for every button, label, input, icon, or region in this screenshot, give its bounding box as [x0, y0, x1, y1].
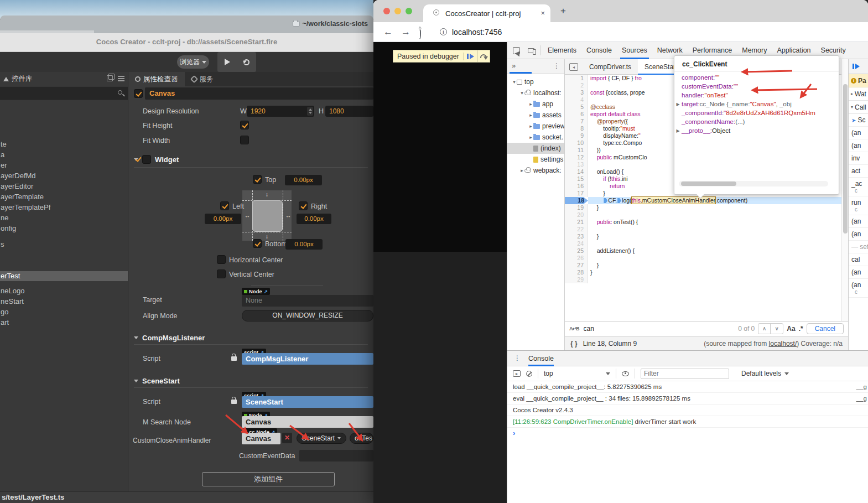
tab-console[interactable]: Console	[528, 351, 554, 366]
list-item[interactable]: onfig	[0, 224, 128, 234]
list-item[interactable]: ayerEditor	[0, 182, 128, 191]
console-message[interactable]: load __quick_compile_project__: 5.822753…	[507, 381, 868, 393]
tree-item-index[interactable]: (index)	[507, 143, 564, 154]
node-name-field[interactable]: Canvas	[145, 87, 373, 100]
line-number[interactable]: 19	[565, 204, 588, 211]
tree-expand-icon[interactable]: ▸	[528, 98, 533, 110]
console-source-link[interactable]: __g	[856, 381, 867, 392]
code-line[interactable]: 25 addListener() {	[565, 247, 841, 255]
code-line[interactable]: 21 public onTest() {	[565, 219, 841, 226]
expand-icon[interactable]: ▶	[674, 126, 682, 135]
widget-section-header[interactable]: Widget	[134, 155, 179, 164]
reload-button[interactable]	[419, 28, 421, 39]
scenestart-script-field[interactable]: SceneStart	[242, 396, 373, 408]
call-stack-frame[interactable]: — set	[849, 241, 868, 253]
object-property-row[interactable]: _componentId: "8d2e8rUdZxAH6d61RQxm5Hm	[674, 108, 839, 117]
forward-button[interactable]: →	[401, 27, 410, 38]
line-number[interactable]: 25	[565, 247, 588, 255]
call-stack-frame[interactable]: inv	[849, 152, 868, 165]
console-message[interactable]: [11:26:59:623 CompDriverTimer.onEnable] …	[507, 416, 868, 428]
line-number[interactable]: 15	[565, 175, 588, 183]
line-number[interactable]: 26	[565, 255, 588, 262]
line-number[interactable]: 2	[565, 82, 588, 89]
code-line[interactable]: 23 }	[565, 233, 841, 240]
tree-expand-icon[interactable]: ▸	[519, 165, 524, 176]
regex-button[interactable]: .*	[799, 325, 803, 333]
tab-console[interactable]: Console	[581, 42, 617, 59]
browser-tab[interactable]: CocosCreator | cclt-proj ×	[423, 4, 550, 22]
list-item[interactable]: neStart	[0, 297, 128, 307]
console-message[interactable]: Cocos Creator v2.4.3	[507, 405, 868, 416]
line-number[interactable]: 20	[565, 211, 588, 219]
widget-bottom-value[interactable]: 0.00px	[285, 239, 323, 250]
line-number[interactable]: 5	[565, 103, 588, 111]
resume-icon[interactable]	[853, 64, 860, 69]
call-stack-frame[interactable]: act	[849, 165, 868, 178]
object-property-row[interactable]: ▶target: cc_Node {_name: "Canvas", _obj	[674, 100, 839, 108]
line-number[interactable]: 10	[565, 139, 588, 147]
code-line[interactable]: 19 }	[565, 204, 841, 211]
line-number[interactable]: 14	[565, 168, 588, 175]
play-button[interactable]	[217, 52, 237, 72]
match-case-button[interactable]: Aa	[787, 325, 795, 333]
line-number[interactable]: 28	[565, 269, 588, 276]
panel-menu-icon[interactable]	[118, 76, 124, 77]
list-item[interactable]: a	[0, 150, 128, 160]
code-line[interactable]: 28}	[565, 269, 841, 276]
line-number[interactable]: 9	[565, 132, 588, 139]
code-line[interactable]: 29	[565, 276, 841, 283]
popout-icon[interactable]	[107, 75, 113, 81]
call-stack-section[interactable]: ▾Call	[849, 101, 868, 114]
list-item[interactable]: erTest	[0, 271, 128, 281]
list-item[interactable]: er	[0, 160, 128, 170]
line-number[interactable]: 8	[565, 125, 588, 132]
console-message[interactable]: eval __quick_compile_project__ : 34 file…	[507, 393, 868, 405]
line-number[interactable]: 17	[565, 190, 588, 197]
next-match-button[interactable]: ∨	[771, 324, 783, 334]
call-stack-frame[interactable]: (anc	[849, 279, 868, 298]
pretty-print-icon[interactable]: { }	[570, 340, 578, 348]
call-stack-frame[interactable]: (an	[849, 139, 868, 152]
line-number[interactable]: 21	[565, 219, 588, 226]
line-number[interactable]: 11	[565, 147, 588, 154]
widget-top-checkbox[interactable]	[253, 175, 262, 184]
fit-width-checkbox[interactable]	[240, 136, 249, 144]
inspect-element-icon[interactable]	[513, 47, 520, 54]
call-stack-frame[interactable]: (an	[849, 215, 868, 228]
new-tab-button[interactable]: +	[560, 7, 566, 15]
collapse-tabs-icon[interactable]: ◂	[569, 63, 578, 71]
widget-anchor-diagram[interactable]: ↕ ↕ ↔ ↔	[242, 190, 292, 241]
navigator-menu-icon[interactable]: ⋮	[553, 62, 560, 70]
widget-right-checkbox[interactable]	[299, 201, 308, 210]
list-item[interactable]: art	[0, 318, 128, 328]
widget-right-value[interactable]: 0.00px	[297, 214, 331, 224]
node-enabled-checkbox[interactable]	[134, 89, 143, 98]
widget-left-checkbox[interactable]	[220, 201, 229, 210]
vertical-center-checkbox[interactable]	[217, 269, 226, 278]
tree-item-settings[interactable]: settings	[507, 154, 564, 165]
editor-scrollbar[interactable]	[841, 59, 848, 321]
list-item[interactable]: ayerTemplatePf	[0, 203, 128, 212]
evaluated-expression-highlight[interactable]: this.mCustomCloseAnimHandler	[632, 197, 715, 204]
tree-item-socket[interactable]: ▸socket.	[507, 132, 564, 143]
line-number[interactable]: 6	[565, 111, 588, 118]
call-stack-frame[interactable]: (an	[849, 228, 868, 241]
object-property-row[interactable]: _componentName: (...)	[674, 117, 839, 126]
list-item[interactable]: ne	[0, 213, 128, 223]
console-filter-input[interactable]	[641, 369, 729, 379]
handler-method-dropdown[interactable]: onTes	[350, 433, 373, 444]
expand-icon[interactable]: ▶	[674, 100, 682, 108]
close-tab-icon[interactable]: ×	[540, 9, 545, 17]
object-property-row[interactable]: ▶__proto__: Object	[674, 126, 839, 135]
remove-node-button[interactable]: ✕	[282, 433, 292, 443]
list-item[interactable]: neLogo	[0, 286, 128, 296]
line-number[interactable]: 23	[565, 233, 588, 240]
widget-bottom-checkbox[interactable]	[253, 239, 262, 248]
align-mode-dropdown[interactable]: ON_WINDOW_RESIZE	[242, 310, 373, 321]
tree-item-top[interactable]: ▾top	[507, 76, 564, 87]
tab-elements[interactable]: Elements	[543, 42, 581, 59]
source-map-link[interactable]: localhost/	[769, 340, 797, 348]
call-stack-frame[interactable]: (an	[849, 266, 868, 279]
step-over-button[interactable]	[478, 50, 490, 62]
cancel-search-button[interactable]: Cancel	[807, 323, 844, 334]
